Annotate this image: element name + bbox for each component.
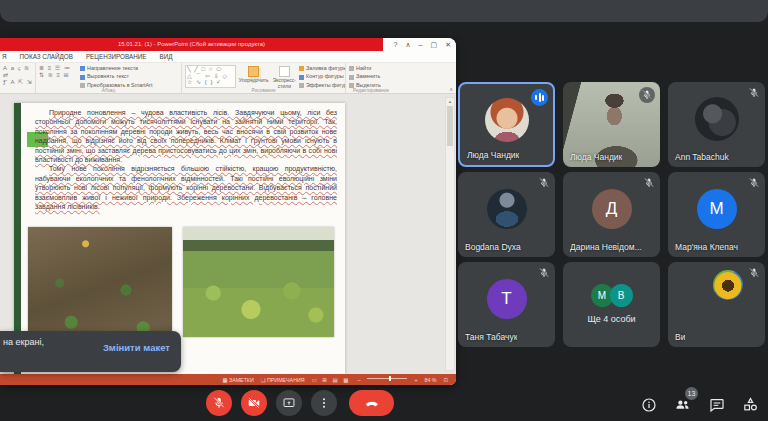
shape-outline-button[interactable]: Контур фигуры (299, 73, 343, 80)
replace-icon (349, 75, 354, 80)
zoom-in-button[interactable]: + (414, 377, 417, 383)
slide-text-block: Природне поновлення – чудова властивість… (35, 108, 337, 211)
find-button[interactable]: Найти (349, 65, 394, 72)
tab-slideshow[interactable]: ПОКАЗ СЛАЙДОВ (20, 53, 73, 60)
avatar-initial: В (610, 284, 633, 307)
ppt-title-bar[interactable]: 15.01.21. (1) - PowerPoint (Сбой активац… (0, 38, 456, 51)
participant-name: Таня Табачук (465, 332, 517, 342)
align-text-button[interactable]: Выровнять текст (80, 73, 152, 80)
meeting-details-button[interactable] (640, 396, 657, 413)
zoom-out-button[interactable]: – (357, 377, 360, 383)
ribbon-options-icon[interactable]: ∧ (405, 41, 410, 49)
tab-fragment[interactable]: Я (2, 53, 7, 60)
mic-off-icon (538, 267, 550, 279)
change-layout-button[interactable]: Змінити макет (103, 342, 170, 353)
notes-button[interactable]: ▤ ЗАМЕТКИ (222, 377, 253, 383)
leave-call-button[interactable] (349, 390, 394, 416)
view-mode-icons[interactable]: ▭ ⊞ ▤ ▦ (312, 377, 351, 383)
tab-view[interactable]: ВИД (159, 53, 172, 60)
avatar (487, 189, 527, 229)
ppt-status-bar: ▤ ЗАМЕТКИ ❑ ПРИМЕЧАНИЯ ▭ ⊞ ▤ ▦ – + 84 % … (0, 374, 456, 385)
mic-off-icon (643, 177, 655, 189)
participant-name: Ann Tabachuk (675, 152, 729, 162)
alignment-icons[interactable]: ≣ ≡ ☰ ≔ ⇅ ≋ ≡ ⊞ (39, 65, 77, 89)
participant-name: Люда Чандик (467, 150, 519, 160)
activities-icon (742, 396, 759, 413)
ribbon-group-font: А а ꞔ ≋ ⇄ Ꞙ А ⇱ ⇲ (0, 63, 36, 93)
participant-name: Дарина Невідом... (570, 242, 642, 252)
minimize-icon[interactable]: – (419, 41, 423, 48)
meeting-panel-icons: 13 (640, 396, 759, 413)
leave-call-icon (364, 395, 380, 411)
chat-button[interactable] (708, 396, 725, 413)
zoom-level[interactable]: 84 % (424, 377, 436, 383)
tab-review[interactable]: РЕЦЕНЗИРОВАНИЕ (86, 53, 147, 60)
participant-tile-daryna[interactable]: Д Дарина Невідом... (563, 172, 660, 257)
avatar-initial: Т (487, 279, 527, 319)
mic-off-button[interactable] (206, 390, 232, 416)
font-tools-icons[interactable]: А а ꞔ ≋ ⇄ Ꞙ А ⇱ ⇲ (3, 65, 33, 86)
info-icon (641, 397, 657, 413)
slide-photo-young-forest (183, 227, 334, 337)
avatar (485, 98, 529, 142)
participant-tile-you[interactable]: Ви (668, 262, 765, 347)
participant-name: Ви (675, 332, 685, 342)
group-label-editing: Редактирование (346, 88, 396, 93)
shape-outline-icon (299, 75, 304, 80)
text-direction-button[interactable]: Направление текста (80, 65, 152, 72)
activities-button[interactable] (742, 396, 759, 413)
notes-icon: ▤ (222, 377, 227, 383)
participant-tile-ann[interactable]: Ann Tabachuk (668, 82, 765, 167)
more-options-button[interactable] (311, 390, 337, 416)
top-window-band (0, 0, 768, 22)
shape-fill-icon (299, 66, 304, 71)
participant-tile-luda-video[interactable]: Люда Чандик (563, 82, 660, 167)
participant-tile-tanya[interactable]: Т Таня Табачук (458, 262, 555, 347)
shapes-gallery[interactable]: ╲ ╱ □ ○ ⬭ △ ⌒ ⇦ ⇩ ◇ ☆ ∿ { } ✓ (185, 65, 236, 88)
collapse-ribbon-icon[interactable]: ∧ (449, 86, 453, 92)
participant-tile-bogdana[interactable]: Bogdana Dyxa (458, 172, 555, 257)
arrange-button[interactable]: Упорядочить (239, 66, 269, 89)
more-options-icon (317, 396, 331, 410)
mic-off-icon (748, 87, 760, 99)
ribbon-group-editing: Найти Заменить Выделить Редактирование (346, 63, 396, 93)
participant-tile-luda-avatar[interactable]: Люда Чандик (458, 82, 555, 167)
show-everyone-button[interactable]: 13 (674, 396, 691, 413)
toast-message: на екрані, (3, 337, 44, 347)
camera-off-button[interactable] (241, 390, 267, 416)
stacked-avatars: М В (563, 284, 660, 307)
comments-button[interactable]: ❑ ПРИМЕЧАНИЯ (261, 377, 305, 383)
restore-icon[interactable]: ▢ (431, 41, 438, 49)
speaking-indicator-icon (531, 89, 548, 106)
more-people-label: Ще 4 особи (563, 314, 660, 324)
present-screen-button[interactable] (276, 390, 302, 416)
vertical-scrollbar[interactable]: ▴ (445, 97, 455, 371)
participant-tile-more-people[interactable]: М В Ще 4 особи (563, 262, 660, 347)
arrange-icon (248, 66, 259, 77)
quick-styles-button[interactable]: Экспресс-стили (273, 66, 296, 89)
group-label-drawing: Рисование (182, 88, 345, 93)
layout-toast: на екрані, Змінити макет (0, 331, 181, 372)
find-icon (349, 66, 354, 71)
mic-off-icon (212, 396, 226, 410)
replace-button[interactable]: Заменить (349, 73, 394, 80)
align-text-icon (80, 75, 85, 80)
present-screen-icon (282, 396, 296, 410)
ribbon-tab-row: Я ПОКАЗ СЛАЙДОВ РЕЦЕНЗИРОВАНИЕ ВИД (0, 51, 456, 63)
ribbon-group-paragraph: ≣ ≡ ☰ ≔ ⇅ ≋ ≡ ⊞ Направление текста Выров… (36, 63, 182, 93)
participant-count-badge: 13 (685, 387, 698, 400)
comments-icon: ❑ (261, 377, 266, 383)
close-icon[interactable]: ✕ (445, 41, 451, 49)
quick-styles-icon (279, 66, 290, 77)
zoom-slider[interactable] (367, 378, 407, 379)
participant-name: Люда Чандик (570, 152, 622, 162)
help-icon[interactable]: ? (394, 41, 398, 48)
call-controls (206, 390, 394, 416)
group-label-paragraph: Абзац (36, 88, 181, 93)
participant-tile-mariana[interactable]: М Мар'яна Клепач (668, 172, 765, 257)
fit-slide-icon[interactable]: ⊡ (444, 377, 448, 383)
shape-fill-button[interactable]: Заливка фигуры (299, 65, 343, 72)
avatar-initial: Д (592, 189, 632, 229)
ribbon: А а ꞔ ≋ ⇄ Ꞙ А ⇱ ⇲ ≣ ≡ ☰ ≔ ⇅ ≋ ≡ ⊞ Направ… (0, 63, 456, 94)
camera-off-icon (247, 396, 261, 410)
